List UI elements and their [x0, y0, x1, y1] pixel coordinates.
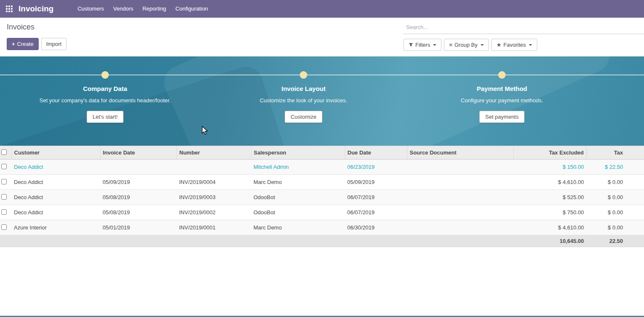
cell-tax-excluded[interactable]: $ 750.00	[513, 205, 586, 220]
cell-tax[interactable]: $ 0.00	[586, 220, 644, 235]
favorites-button-label: Favorites	[504, 41, 526, 48]
top-navbar: Invoicing Customers Vendors Reporting Co…	[0, 0, 644, 18]
step-title: Company Data	[38, 85, 172, 92]
cell-invoice-date[interactable]: 05/01/2019	[100, 220, 177, 235]
cell-due-date[interactable]: 06/30/2019	[345, 220, 407, 235]
cell-invoice-date[interactable]: 05/09/2019	[100, 175, 177, 190]
column-header-tax[interactable]: Tax	[586, 146, 644, 160]
cell-source-document[interactable]	[407, 220, 513, 235]
cell-number[interactable]: INV/2019/0003	[177, 190, 251, 205]
control-panel-left: Invoices + Create Import	[7, 22, 66, 51]
cell-customer[interactable]: Deco Addict	[11, 205, 100, 220]
cell-number[interactable]: INV/2019/0001	[177, 220, 251, 235]
import-button[interactable]: Import	[41, 38, 67, 50]
select-all-cell[interactable]	[0, 146, 11, 160]
row-checkbox-cell[interactable]	[0, 220, 11, 235]
set-payments-button[interactable]: Set payments	[479, 111, 525, 123]
invoice-list-table: CustomerInvoice DateNumberSalespersonDue…	[0, 146, 644, 247]
cell-salesperson[interactable]: OdooBot	[251, 190, 345, 205]
cell-source-document[interactable]	[407, 175, 513, 190]
table-row[interactable]: Deco Addict05/09/2019INV/2019/0004Marc D…	[0, 175, 644, 190]
cell-invoice-date[interactable]: 05/08/2019	[100, 190, 177, 205]
column-header-source-document[interactable]: Source Document	[407, 146, 513, 160]
step-title: Invoice Layout	[236, 85, 371, 92]
create-button[interactable]: + Create	[7, 38, 39, 50]
cell-due-date[interactable]: 06/07/2019	[345, 205, 407, 220]
lets-start-button[interactable]: Let's start!	[87, 111, 124, 123]
cell-source-document[interactable]	[407, 205, 513, 220]
cell-salesperson[interactable]: Marc Demo	[251, 220, 345, 235]
filter-funnel-icon	[409, 43, 413, 47]
customize-button[interactable]: Customize	[285, 111, 322, 123]
cell-number[interactable]	[177, 160, 251, 175]
row-checkbox-cell[interactable]	[0, 175, 11, 190]
menu-item-vendors[interactable]: Vendors	[108, 0, 138, 18]
menu-item-reporting[interactable]: Reporting	[138, 0, 171, 18]
column-header-number[interactable]: Number	[177, 146, 251, 160]
table-row[interactable]: Deco Addict05/08/2019INV/2019/0002OdooBo…	[0, 205, 644, 220]
table-row[interactable]: Deco AddictMitchell Admin06/23/2019$ 150…	[0, 160, 644, 175]
cell-customer[interactable]: Deco Addict	[11, 190, 100, 205]
app-title[interactable]: Invoicing	[18, 4, 53, 13]
total-tax: 22.50	[586, 235, 644, 247]
menu-item-customers[interactable]: Customers	[73, 0, 108, 18]
cell-source-document[interactable]	[407, 190, 513, 205]
cell-salesperson[interactable]: Marc Demo	[251, 175, 345, 190]
apps-grid-icon[interactable]	[6, 5, 13, 12]
cell-tax-excluded[interactable]: $ 150.00	[513, 160, 586, 175]
cell-customer[interactable]: Deco Addict	[11, 160, 100, 175]
cell-invoice-date[interactable]	[100, 160, 177, 175]
group-by-lines-icon: ≡	[449, 41, 452, 48]
cell-tax-excluded[interactable]: $ 4,610.00	[513, 175, 586, 190]
cell-salesperson[interactable]: Mitchell Admin	[251, 160, 345, 175]
favorites-button[interactable]: ★ Favorites	[491, 39, 537, 51]
onboarding-step-invoice-layout: Invoice Layout Customize the look of you…	[236, 71, 371, 123]
cell-number[interactable]: INV/2019/0004	[177, 175, 251, 190]
filters-button-label: Filters	[415, 41, 430, 48]
menu-item-configuration[interactable]: Configuration	[171, 0, 212, 18]
cell-due-date[interactable]: 05/09/2019	[345, 175, 407, 190]
row-checkbox[interactable]	[1, 179, 7, 184]
cell-tax-excluded[interactable]: $ 4,610.00	[513, 220, 586, 235]
search-input[interactable]	[404, 22, 644, 34]
cell-due-date[interactable]: 06/23/2019	[345, 160, 407, 175]
step-dot-icon	[300, 71, 307, 79]
cell-source-document[interactable]	[407, 160, 513, 175]
table-row[interactable]: Deco Addict05/08/2019INV/2019/0003OdooBo…	[0, 190, 644, 205]
chevron-down-icon	[480, 44, 484, 46]
cell-customer[interactable]: Deco Addict	[11, 175, 100, 190]
cell-tax[interactable]: $ 0.00	[586, 205, 644, 220]
cell-tax[interactable]: $ 0.00	[586, 190, 644, 205]
select-all-checkbox[interactable]	[1, 149, 7, 155]
cell-salesperson[interactable]: OdooBot	[251, 205, 345, 220]
table-row[interactable]: Azure Interior05/01/2019INV/2019/0001Mar…	[0, 220, 644, 235]
row-checkbox[interactable]	[1, 164, 7, 169]
row-checkbox-cell[interactable]	[0, 190, 11, 205]
column-header-customer[interactable]: Customer	[11, 146, 100, 160]
cell-invoice-date[interactable]: 05/08/2019	[100, 205, 177, 220]
row-checkbox-cell[interactable]	[0, 205, 11, 220]
control-panel: Invoices + Create Import Filters ≡ Group…	[0, 18, 644, 56]
search-filter-buttons: Filters ≡ Group By ★ Favorites	[404, 39, 644, 51]
group-by-button[interactable]: ≡ Group By	[444, 39, 489, 51]
row-checkbox-cell[interactable]	[0, 160, 11, 175]
step-description: Set your company's data for documents he…	[38, 96, 172, 104]
cell-tax-excluded[interactable]: $ 525.00	[513, 190, 586, 205]
column-header-tax-excluded[interactable]: Tax Excluded	[513, 146, 586, 160]
row-checkbox[interactable]	[1, 224, 7, 230]
step-dot-icon	[498, 71, 506, 79]
cell-number[interactable]: INV/2019/0002	[177, 205, 251, 220]
column-header-salesperson[interactable]: Salesperson	[251, 146, 345, 160]
cell-tax[interactable]: $ 22.50	[586, 160, 644, 175]
column-header-due-date[interactable]: Due Date	[345, 146, 407, 160]
column-header-invoice-date[interactable]: Invoice Date	[100, 146, 177, 160]
filters-button[interactable]: Filters	[404, 39, 441, 51]
cell-customer[interactable]: Azure Interior	[11, 220, 100, 235]
onboarding-step-company-data: Company Data Set your company's data for…	[38, 71, 172, 123]
cell-due-date[interactable]: 06/07/2019	[345, 190, 407, 205]
row-checkbox[interactable]	[1, 209, 7, 215]
step-description: Configure your payment methods.	[435, 96, 569, 104]
cell-tax[interactable]: $ 0.00	[586, 175, 644, 190]
row-checkbox[interactable]	[1, 194, 7, 200]
invoice-table-body: Deco AddictMitchell Admin06/23/2019$ 150…	[0, 160, 644, 235]
